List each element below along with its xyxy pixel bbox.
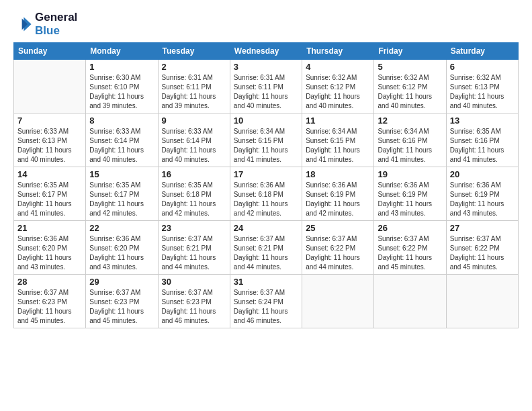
day-detail: Sunrise: 6:35 AM Sunset: 6:16 PM Dayligh… bbox=[450, 127, 515, 165]
calendar-day-cell: 10Sunrise: 6:34 AM Sunset: 6:15 PM Dayli… bbox=[230, 113, 302, 167]
day-detail: Sunrise: 6:37 AM Sunset: 6:23 PM Dayligh… bbox=[89, 288, 154, 326]
day-number: 31 bbox=[234, 277, 298, 287]
calendar-day-cell: 8Sunrise: 6:33 AM Sunset: 6:14 PM Daylig… bbox=[86, 113, 158, 167]
calendar-day-cell: 28Sunrise: 6:37 AM Sunset: 6:23 PM Dayli… bbox=[14, 274, 86, 328]
calendar-day-cell: 1Sunrise: 6:30 AM Sunset: 6:10 PM Daylig… bbox=[86, 59, 158, 113]
weekday-header: Thursday bbox=[302, 42, 374, 59]
day-detail: Sunrise: 6:37 AM Sunset: 6:22 PM Dayligh… bbox=[378, 234, 442, 272]
calendar-day-cell: 17Sunrise: 6:36 AM Sunset: 6:18 PM Dayli… bbox=[230, 167, 302, 220]
calendar-week-row: 28Sunrise: 6:37 AM Sunset: 6:23 PM Dayli… bbox=[14, 274, 519, 328]
calendar-day-cell: 29Sunrise: 6:37 AM Sunset: 6:23 PM Dayli… bbox=[86, 274, 158, 328]
day-detail: Sunrise: 6:32 AM Sunset: 6:12 PM Dayligh… bbox=[378, 73, 442, 111]
day-detail: Sunrise: 6:35 AM Sunset: 6:17 PM Dayligh… bbox=[17, 181, 82, 218]
calendar-week-row: 7Sunrise: 6:33 AM Sunset: 6:13 PM Daylig… bbox=[14, 113, 519, 167]
day-detail: Sunrise: 6:37 AM Sunset: 6:22 PM Dayligh… bbox=[306, 234, 370, 272]
calendar-week-row: 14Sunrise: 6:35 AM Sunset: 6:17 PM Dayli… bbox=[14, 167, 519, 220]
calendar-day-cell: 27Sunrise: 6:37 AM Sunset: 6:22 PM Dayli… bbox=[446, 220, 518, 274]
day-detail: Sunrise: 6:33 AM Sunset: 6:13 PM Dayligh… bbox=[17, 127, 82, 165]
day-number: 8 bbox=[89, 116, 154, 126]
day-detail: Sunrise: 6:37 AM Sunset: 6:23 PM Dayligh… bbox=[17, 288, 82, 326]
day-detail: Sunrise: 6:36 AM Sunset: 6:20 PM Dayligh… bbox=[17, 234, 82, 272]
calendar-day-cell bbox=[446, 274, 518, 328]
day-detail: Sunrise: 6:35 AM Sunset: 6:17 PM Dayligh… bbox=[89, 181, 154, 218]
weekday-header: Sunday bbox=[14, 42, 86, 59]
day-detail: Sunrise: 6:32 AM Sunset: 6:13 PM Dayligh… bbox=[450, 73, 515, 111]
calendar-day-cell: 13Sunrise: 6:35 AM Sunset: 6:16 PM Dayli… bbox=[446, 113, 518, 167]
calendar-week-row: 21Sunrise: 6:36 AM Sunset: 6:20 PM Dayli… bbox=[14, 220, 519, 274]
logo: General Blue bbox=[13, 11, 77, 38]
day-detail: Sunrise: 6:30 AM Sunset: 6:10 PM Dayligh… bbox=[89, 73, 154, 111]
day-detail: Sunrise: 6:36 AM Sunset: 6:19 PM Dayligh… bbox=[378, 181, 442, 218]
day-number: 21 bbox=[17, 223, 82, 233]
day-number: 12 bbox=[378, 116, 442, 126]
day-number: 5 bbox=[378, 62, 442, 72]
page-container: General Blue SundayMondayTuesdayWednesda… bbox=[0, 0, 532, 335]
calendar-day-cell: 11Sunrise: 6:34 AM Sunset: 6:15 PM Dayli… bbox=[302, 113, 374, 167]
calendar-table: SundayMondayTuesdayWednesdayThursdayFrid… bbox=[13, 42, 519, 328]
calendar-day-cell: 18Sunrise: 6:36 AM Sunset: 6:19 PM Dayli… bbox=[302, 167, 374, 220]
day-number: 2 bbox=[162, 62, 226, 72]
day-detail: Sunrise: 6:31 AM Sunset: 6:11 PM Dayligh… bbox=[162, 73, 226, 111]
logo-text: General Blue bbox=[35, 11, 77, 38]
calendar-day-cell: 6Sunrise: 6:32 AM Sunset: 6:13 PM Daylig… bbox=[446, 59, 518, 113]
day-number: 25 bbox=[306, 223, 370, 233]
day-detail: Sunrise: 6:32 AM Sunset: 6:12 PM Dayligh… bbox=[306, 73, 370, 111]
day-detail: Sunrise: 6:37 AM Sunset: 6:23 PM Dayligh… bbox=[162, 288, 226, 326]
calendar-day-cell: 7Sunrise: 6:33 AM Sunset: 6:13 PM Daylig… bbox=[14, 113, 86, 167]
calendar-day-cell: 21Sunrise: 6:36 AM Sunset: 6:20 PM Dayli… bbox=[14, 220, 86, 274]
calendar-day-cell: 16Sunrise: 6:35 AM Sunset: 6:18 PM Dayli… bbox=[158, 167, 230, 220]
day-detail: Sunrise: 6:37 AM Sunset: 6:22 PM Dayligh… bbox=[450, 234, 515, 272]
day-detail: Sunrise: 6:36 AM Sunset: 6:19 PM Dayligh… bbox=[450, 181, 515, 218]
calendar-day-cell: 22Sunrise: 6:36 AM Sunset: 6:20 PM Dayli… bbox=[86, 220, 158, 274]
logo-icon bbox=[13, 15, 32, 34]
day-number: 16 bbox=[162, 169, 226, 179]
weekday-header: Wednesday bbox=[230, 42, 302, 59]
calendar-day-cell: 5Sunrise: 6:32 AM Sunset: 6:12 PM Daylig… bbox=[374, 59, 446, 113]
calendar-day-cell: 19Sunrise: 6:36 AM Sunset: 6:19 PM Dayli… bbox=[374, 167, 446, 220]
day-detail: Sunrise: 6:31 AM Sunset: 6:11 PM Dayligh… bbox=[234, 73, 298, 111]
calendar-day-cell: 23Sunrise: 6:37 AM Sunset: 6:21 PM Dayli… bbox=[158, 220, 230, 274]
day-number: 17 bbox=[234, 169, 298, 179]
calendar-day-cell: 26Sunrise: 6:37 AM Sunset: 6:22 PM Dayli… bbox=[374, 220, 446, 274]
day-detail: Sunrise: 6:34 AM Sunset: 6:15 PM Dayligh… bbox=[234, 127, 298, 165]
calendar-day-cell: 25Sunrise: 6:37 AM Sunset: 6:22 PM Dayli… bbox=[302, 220, 374, 274]
day-number: 1 bbox=[89, 62, 154, 72]
weekday-header: Friday bbox=[374, 42, 446, 59]
calendar-day-cell: 31Sunrise: 6:37 AM Sunset: 6:24 PM Dayli… bbox=[230, 274, 302, 328]
calendar-day-cell bbox=[14, 59, 86, 113]
weekday-header: Monday bbox=[86, 42, 158, 59]
weekday-header-row: SundayMondayTuesdayWednesdayThursdayFrid… bbox=[14, 42, 519, 59]
day-number: 20 bbox=[450, 169, 515, 179]
day-number: 30 bbox=[162, 277, 226, 287]
day-number: 28 bbox=[17, 277, 82, 287]
calendar-day-cell: 15Sunrise: 6:35 AM Sunset: 6:17 PM Dayli… bbox=[86, 167, 158, 220]
calendar-day-cell: 14Sunrise: 6:35 AM Sunset: 6:17 PM Dayli… bbox=[14, 167, 86, 220]
day-number: 4 bbox=[306, 62, 370, 72]
day-number: 3 bbox=[234, 62, 298, 72]
day-number: 24 bbox=[234, 223, 298, 233]
day-number: 6 bbox=[450, 62, 515, 72]
weekday-header: Tuesday bbox=[158, 42, 230, 59]
day-detail: Sunrise: 6:35 AM Sunset: 6:18 PM Dayligh… bbox=[162, 181, 226, 218]
day-detail: Sunrise: 6:33 AM Sunset: 6:14 PM Dayligh… bbox=[89, 127, 154, 165]
day-number: 27 bbox=[450, 223, 515, 233]
day-number: 19 bbox=[378, 169, 442, 179]
day-detail: Sunrise: 6:36 AM Sunset: 6:19 PM Dayligh… bbox=[306, 181, 370, 218]
day-number: 11 bbox=[306, 116, 370, 126]
day-detail: Sunrise: 6:37 AM Sunset: 6:21 PM Dayligh… bbox=[234, 234, 298, 272]
calendar-day-cell: 2Sunrise: 6:31 AM Sunset: 6:11 PM Daylig… bbox=[158, 59, 230, 113]
calendar-day-cell bbox=[302, 274, 374, 328]
day-number: 18 bbox=[306, 169, 370, 179]
day-detail: Sunrise: 6:34 AM Sunset: 6:15 PM Dayligh… bbox=[306, 127, 370, 165]
day-number: 23 bbox=[162, 223, 226, 233]
calendar-day-cell: 20Sunrise: 6:36 AM Sunset: 6:19 PM Dayli… bbox=[446, 167, 518, 220]
day-number: 13 bbox=[450, 116, 515, 126]
day-number: 29 bbox=[89, 277, 154, 287]
day-detail: Sunrise: 6:37 AM Sunset: 6:24 PM Dayligh… bbox=[234, 288, 298, 326]
calendar-week-row: 1Sunrise: 6:30 AM Sunset: 6:10 PM Daylig… bbox=[14, 59, 519, 113]
day-detail: Sunrise: 6:33 AM Sunset: 6:14 PM Dayligh… bbox=[162, 127, 226, 165]
calendar-day-cell: 24Sunrise: 6:37 AM Sunset: 6:21 PM Dayli… bbox=[230, 220, 302, 274]
calendar-day-cell bbox=[374, 274, 446, 328]
day-detail: Sunrise: 6:34 AM Sunset: 6:16 PM Dayligh… bbox=[378, 127, 442, 165]
day-number: 15 bbox=[89, 169, 154, 179]
